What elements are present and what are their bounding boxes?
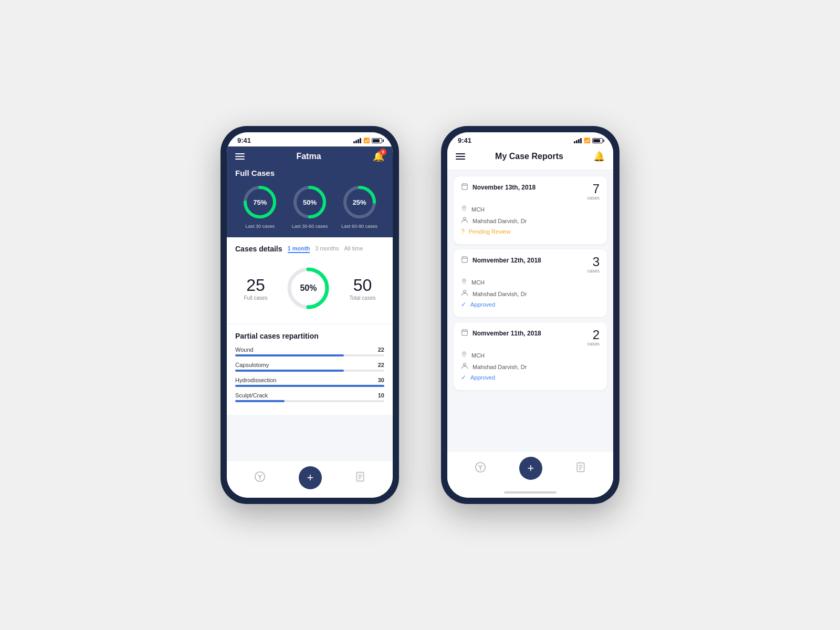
- circle-item-1: 75% Last 30 cases: [242, 184, 278, 229]
- bar-label-sculpt: Sculpt/Crack: [235, 392, 268, 398]
- bell-icon-2[interactable]: 🔔: [593, 151, 605, 162]
- full-cases-heading: Full Cases: [235, 169, 384, 177]
- bar-track-sculpt: [235, 400, 384, 402]
- total-cases-sublabel: Total cases: [349, 295, 375, 301]
- hamburger-menu[interactable]: [235, 153, 245, 160]
- bar-sculpt: Sculpt/Crack 10: [235, 392, 384, 402]
- svg-rect-18: [462, 257, 468, 262]
- nav-chart-icon-1[interactable]: [254, 471, 266, 485]
- svg-rect-24: [462, 330, 468, 335]
- wifi-icon-2: 📶: [584, 138, 590, 143]
- notification-bell[interactable]: 🔔 9: [373, 151, 384, 162]
- donut-25-label: 25%: [353, 198, 366, 206]
- tab-3months[interactable]: 3 months: [315, 245, 339, 253]
- case-date-2: Nomvember 11th, 2018: [472, 330, 541, 337]
- cases-details-section: Cases details 1 month 3 months All time …: [227, 237, 393, 323]
- circle-label-1: Last 30 cases: [246, 224, 275, 229]
- main-donut-label: 50%: [300, 284, 317, 293]
- location-icon-2: [461, 351, 467, 360]
- case-doctor-2: Mahshad Darvish, Dr: [472, 364, 527, 370]
- bar-capsulotomy: Capsulotomy 22: [235, 362, 384, 372]
- bar-value-capsulotomy: 22: [378, 362, 384, 368]
- time-2: 9:41: [458, 136, 471, 144]
- circle-item-2: 50% Last 30-60 cases: [291, 184, 328, 229]
- cases-details-title: Cases details: [235, 245, 282, 253]
- home-indicator: [447, 488, 613, 498]
- location-icon-0: [461, 205, 467, 214]
- page-title-1: Fatma: [296, 152, 321, 161]
- battery-icon-2: [592, 138, 603, 143]
- status-icon-1: ✓: [461, 301, 466, 308]
- svg-point-28: [464, 353, 465, 354]
- bar-hydrodissection: Hydrodissection 30: [235, 377, 384, 387]
- calendar-icon-0: [461, 183, 468, 192]
- bottom-nav-2: +: [447, 451, 613, 488]
- phone2-header: My Case Reports 🔔: [447, 146, 613, 170]
- status-icon-0: ?: [461, 228, 465, 235]
- case-status-0: Pending Review: [469, 228, 511, 235]
- wifi-icon: 📶: [363, 138, 370, 143]
- nav-doc-icon-1[interactable]: [355, 471, 365, 485]
- case-location-0: MCH: [471, 206, 485, 213]
- phone-2: 9:41 📶 My Case Report: [441, 126, 620, 504]
- phone-1: 9:41 📶 Fatma 🔔: [220, 126, 399, 504]
- add-button-2[interactable]: +: [519, 457, 542, 480]
- bar-wound: Wound 22: [235, 346, 384, 356]
- phone1-header: Fatma 🔔 9 Full Cases: [227, 146, 393, 237]
- circle-label-2: Last 30-60 cases: [292, 224, 328, 229]
- donut-50: 50%: [291, 184, 328, 220]
- partial-title: Partial cases repartition: [235, 332, 384, 340]
- doctor-icon-2: [461, 362, 468, 371]
- nav-doc-icon-2[interactable]: [575, 461, 586, 476]
- case-card-1[interactable]: Nomvember 12th, 2018 3 cases: [454, 249, 607, 317]
- case-doctor-0: Mahshad Darvish, Dr: [472, 218, 527, 224]
- case-count-label-0: cases: [587, 195, 600, 201]
- bar-value-sculpt: 10: [378, 392, 384, 398]
- case-reports-list: November 13th, 2018 7 cases: [447, 170, 613, 451]
- svg-point-22: [464, 280, 465, 281]
- full-cases-number: 25: [244, 276, 267, 295]
- tab-1month[interactable]: 1 month: [288, 245, 310, 253]
- donut-25: 25%: [341, 184, 378, 220]
- case-location-1: MCH: [471, 279, 485, 286]
- page-title-2: My Case Reports: [495, 152, 563, 161]
- circle-item-3: 25% Last 60-90 cases: [341, 184, 378, 229]
- case-doctor-1: Mahshad Darvish, Dr: [472, 291, 527, 297]
- total-cases-number: 50: [349, 276, 375, 295]
- signal-icon-2: [574, 138, 582, 143]
- hamburger-menu-2[interactable]: [456, 153, 465, 160]
- case-date-0: November 13th, 2018: [472, 184, 536, 191]
- doctor-icon-1: [461, 289, 468, 298]
- bar-track-wound: [235, 354, 384, 356]
- bar-label-wound: Wound: [235, 346, 254, 353]
- time-1: 9:41: [237, 136, 251, 144]
- calendar-icon-2: [461, 329, 468, 338]
- location-icon-1: [461, 278, 467, 287]
- bar-fill-sculpt: [235, 400, 285, 402]
- case-date-1: Nomvember 12th, 2018: [472, 257, 541, 264]
- case-count-1: 3: [587, 256, 600, 268]
- total-cases-stat: 50 Total cases: [349, 276, 375, 301]
- bar-value-hydrodissection: 30: [378, 377, 384, 383]
- tab-alltime[interactable]: All time: [344, 245, 363, 253]
- calendar-icon-1: [461, 256, 468, 265]
- nav-chart-icon-2[interactable]: [475, 461, 486, 476]
- svg-point-16: [464, 207, 465, 208]
- add-button-1[interactable]: +: [299, 466, 322, 489]
- case-count-label-1: cases: [587, 268, 600, 274]
- battery-icon: [372, 138, 382, 143]
- case-card-0[interactable]: November 13th, 2018 7 cases: [454, 176, 607, 244]
- svg-point-23: [464, 290, 466, 293]
- svg-rect-12: [462, 184, 468, 190]
- bottom-nav-1: +: [227, 460, 393, 498]
- doctor-icon-0: [461, 216, 468, 225]
- partial-section: Partial cases repartition Wound 22: [227, 324, 393, 415]
- full-cases-stat: 25 Full cases: [244, 276, 267, 301]
- case-card-2[interactable]: Nomvember 11th, 2018 2 cases: [454, 322, 607, 390]
- bar-label-hydrodissection: Hydrodissection: [235, 377, 276, 383]
- svg-point-29: [464, 363, 466, 366]
- main-donut: 50%: [285, 265, 332, 312]
- donut-50-label: 50%: [303, 198, 317, 206]
- donut-75: 75%: [242, 184, 278, 220]
- circle-label-3: Last 60-90 cases: [341, 224, 377, 229]
